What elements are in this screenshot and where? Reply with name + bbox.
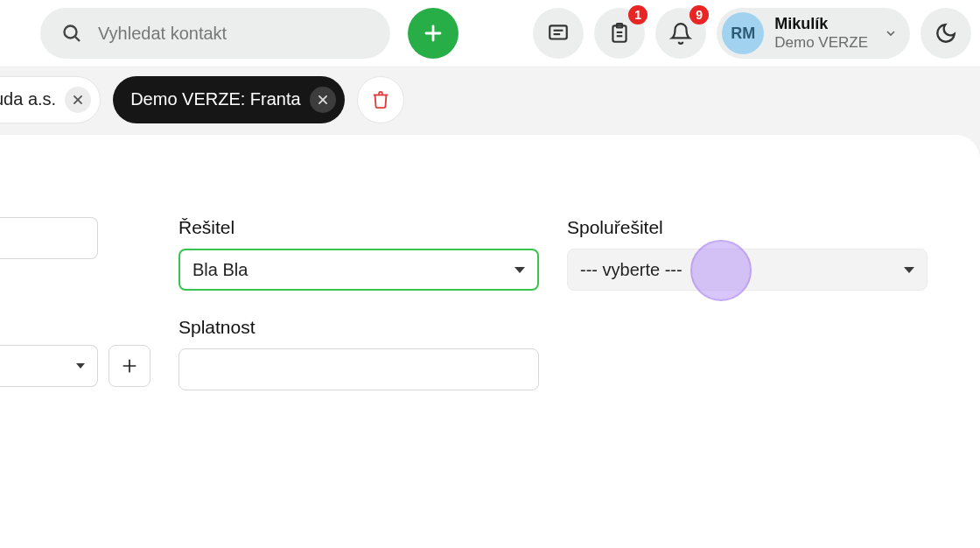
header: 1 9 RM Mikulík Demo VERZE [0, 0, 980, 67]
clipboard-icon [608, 22, 631, 45]
field-spoluresitel: Spoluřešitel --- vyberte --- [567, 217, 928, 291]
field-label: Spoluřešitel [567, 217, 928, 238]
svg-rect-4 [550, 25, 568, 39]
field-label: Řešitel [178, 217, 539, 238]
dropdown-icon [514, 267, 525, 273]
trash-icon [371, 90, 390, 109]
tab-item-active[interactable]: Demo VERZE: Franta [113, 76, 345, 123]
text-input[interactable] [0, 217, 98, 259]
dropdown-icon [904, 267, 914, 273]
splatnost-input[interactable] [178, 348, 539, 390]
tab-close-button[interactable] [310, 87, 336, 113]
spoluresitel-select[interactable]: --- vyberte --- [567, 249, 928, 291]
select-input[interactable] [0, 345, 98, 387]
delete-button[interactable] [357, 76, 404, 123]
partial-select [0, 345, 98, 387]
user-info: Mikulík Demo VERZE [774, 15, 868, 52]
search-input[interactable] [98, 24, 369, 44]
moon-icon [934, 22, 957, 45]
theme-toggle-button[interactable] [920, 8, 971, 59]
tabs-bar: uda a.s. Demo VERZE: Franta [0, 67, 980, 135]
tab-close-button[interactable] [65, 87, 91, 113]
close-icon [72, 94, 84, 106]
search-icon [61, 23, 82, 44]
notifications-button[interactable]: 9 [655, 8, 706, 59]
message-icon [547, 22, 570, 45]
partial-field [0, 217, 98, 259]
select-value: Bla Bla [192, 260, 248, 280]
avatar: RM [722, 12, 764, 54]
search-container[interactable] [40, 8, 390, 59]
clipboard-badge: 1 [628, 5, 648, 25]
messages-button[interactable] [533, 8, 584, 59]
add-item-button[interactable] [108, 345, 150, 387]
select-value: --- vyberte --- [580, 260, 682, 280]
plus-icon [121, 357, 138, 375]
user-name: Mikulík [774, 15, 868, 34]
clipboard-button[interactable]: 1 [594, 8, 645, 59]
add-button[interactable] [408, 8, 458, 59]
svg-line-1 [75, 37, 80, 42]
tab-label: Demo VERZE: Franta [130, 89, 301, 109]
dropdown-icon [76, 363, 85, 369]
field-resitel: Řešitel Bla Bla [178, 217, 539, 291]
svg-point-0 [65, 26, 77, 39]
field-splatnost: Splatnost [178, 317, 539, 390]
bell-badge: 9 [690, 5, 709, 25]
tab-item[interactable]: uda a.s. [0, 76, 101, 123]
tab-label: uda a.s. [0, 89, 56, 109]
user-subtitle: Demo VERZE [774, 34, 868, 52]
content-panel: Řešitel Bla Bla Spoluřešitel --- vyberte… [0, 135, 980, 548]
user-menu[interactable]: RM Mikulík Demo VERZE [717, 8, 910, 59]
resitel-select[interactable]: Bla Bla [178, 249, 539, 291]
close-icon [317, 94, 329, 106]
plus-icon [423, 23, 444, 44]
bell-icon [669, 22, 692, 45]
chevron-down-icon [884, 26, 898, 40]
field-label: Splatnost [178, 317, 539, 338]
